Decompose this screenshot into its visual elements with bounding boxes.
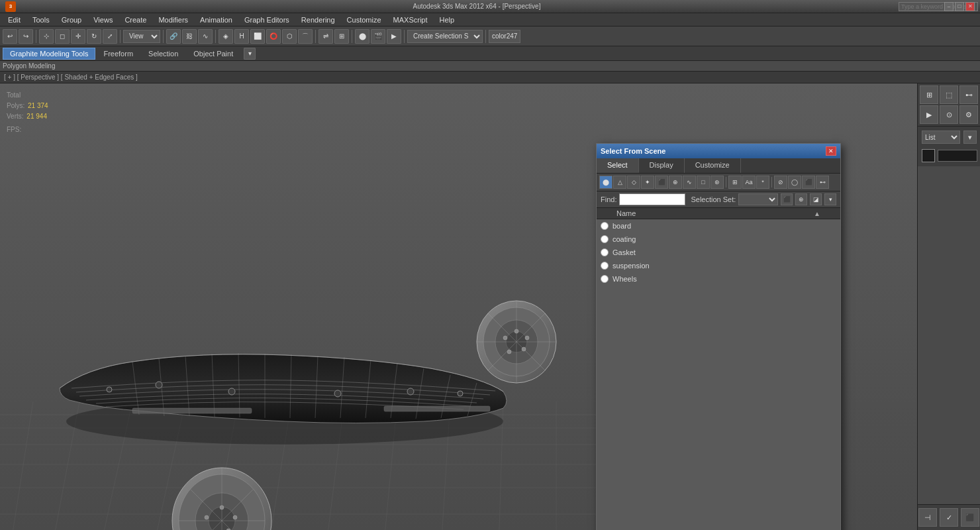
render-setup-button[interactable]: 🎬 bbox=[371, 29, 385, 44]
menu-views[interactable]: Views bbox=[88, 15, 118, 25]
object-item-coating[interactable]: coating bbox=[597, 233, 840, 246]
menu-animation[interactable]: Animation bbox=[195, 15, 238, 25]
unlink-button[interactable]: ⛓ bbox=[182, 29, 197, 44]
dialog-tab-customize[interactable]: Customize bbox=[685, 158, 741, 173]
ribbon-tab-freeform[interactable]: Freeform bbox=[96, 48, 140, 60]
dlg-geometry-button[interactable]: △ bbox=[613, 176, 626, 189]
ribbon-options-button[interactable]: ▾ bbox=[244, 48, 256, 60]
bind-spacewarp-button[interactable]: ∿ bbox=[198, 29, 213, 44]
menu-graph-editors[interactable]: Graph Editors bbox=[239, 15, 295, 25]
object-item-board[interactable]: board bbox=[597, 219, 840, 233]
redo-button[interactable]: ↪ bbox=[19, 29, 33, 44]
dlg-lights-button[interactable]: ✦ bbox=[641, 176, 654, 189]
select-fence-button[interactable]: ⬡ bbox=[282, 29, 297, 44]
object-radio-gasket[interactable] bbox=[601, 248, 609, 256]
dlg-groups-button[interactable]: □ bbox=[697, 176, 710, 189]
search-input-bar[interactable] bbox=[934, 2, 943, 11]
object-item-suspension[interactable]: suspension bbox=[597, 259, 840, 272]
viewport[interactable]: Total Polys: 21 374 Verts: 21 944 FPS: S… bbox=[0, 83, 917, 530]
motion-panel-btn[interactable]: ▶ bbox=[920, 105, 938, 124]
select-filter-button[interactable]: ◈ bbox=[219, 29, 233, 44]
dlg-invert-button[interactable]: ⊘ bbox=[774, 176, 787, 189]
color-swatch[interactable] bbox=[922, 149, 935, 162]
right-panel-main-section bbox=[918, 166, 980, 504]
modify-panel-btn[interactable]: ⬚ bbox=[940, 85, 958, 104]
undo-button[interactable]: ↩ bbox=[3, 29, 17, 44]
menu-customize[interactable]: Customize bbox=[342, 15, 387, 25]
rotate-button[interactable]: ↻ bbox=[87, 29, 101, 44]
find-options-btn-1[interactable]: ⬛ bbox=[781, 193, 793, 205]
object-list-area[interactable]: board coating Gasket suspension Wheels bbox=[597, 219, 840, 530]
select-object-button[interactable]: ⊹ bbox=[39, 29, 54, 44]
ribbon-tab-objectpaint[interactable]: Object Paint bbox=[186, 48, 240, 60]
ribbon-tab-graphite[interactable]: Graphite Modeling Tools bbox=[3, 48, 95, 60]
menu-edit[interactable]: Edit bbox=[3, 15, 26, 25]
dlg-select-all-button[interactable]: ⬤ bbox=[599, 176, 612, 189]
dialog-close-button[interactable]: ✕ bbox=[826, 146, 836, 156]
ribbon-tab-selection[interactable]: Selection bbox=[141, 48, 185, 60]
dlg-bones-button[interactable]: ⊛ bbox=[710, 176, 724, 189]
menu-rendering[interactable]: Rendering bbox=[296, 15, 340, 25]
menu-group[interactable]: Group bbox=[56, 15, 87, 25]
hierarchy-panel-btn[interactable]: ⊷ bbox=[959, 85, 978, 104]
dlg-none-button[interactable]: ◯ bbox=[788, 176, 801, 189]
align-button[interactable]: ⊞ bbox=[334, 29, 349, 44]
material-editor-button[interactable]: ⬤ bbox=[355, 29, 369, 44]
select-from-scene-dialog: Select From Scene ✕ Select Display Custo… bbox=[596, 143, 841, 530]
close-button[interactable]: ✕ bbox=[965, 2, 975, 11]
find-options-btn-2[interactable]: ⊕ bbox=[795, 193, 807, 205]
menu-maxscript[interactable]: MAXScript bbox=[388, 15, 433, 25]
menu-help[interactable]: Help bbox=[434, 15, 460, 25]
rp-btn-2[interactable]: ✓ bbox=[940, 508, 958, 527]
dialog-tab-select[interactable]: Select bbox=[597, 158, 639, 173]
selection-set-dropdown[interactable] bbox=[738, 193, 778, 205]
mirror-button[interactable]: ⇌ bbox=[318, 29, 333, 44]
link-button[interactable]: 🔗 bbox=[166, 29, 181, 44]
create-panel-btn[interactable]: ⊞ bbox=[920, 85, 938, 104]
menu-modifiers[interactable]: Modifiers bbox=[153, 15, 193, 25]
list-dropdown[interactable]: List bbox=[922, 131, 960, 144]
svg-rect-67 bbox=[132, 408, 252, 413]
dlg-all-button[interactable]: ⬛ bbox=[802, 176, 815, 189]
find-options-btn-4[interactable]: ▾ bbox=[824, 193, 836, 205]
dialog-tab-display[interactable]: Display bbox=[639, 158, 685, 173]
dlg-pattern-match-button[interactable]: * bbox=[756, 176, 769, 189]
dlg-cameras-button[interactable]: ⬛ bbox=[655, 176, 668, 189]
menu-create[interactable]: Create bbox=[119, 15, 152, 25]
scale-button[interactable]: ⤢ bbox=[103, 29, 117, 44]
find-input[interactable] bbox=[619, 193, 685, 205]
find-options-btn-3[interactable]: ◪ bbox=[810, 193, 822, 205]
maximize-button[interactable]: □ bbox=[955, 2, 964, 11]
select-rect-button[interactable]: ⬜ bbox=[250, 29, 265, 44]
select-by-name-button[interactable]: H bbox=[234, 29, 249, 44]
display-panel-btn[interactable]: ⊙ bbox=[940, 105, 958, 124]
dlg-shapes-button[interactable]: ◇ bbox=[627, 176, 640, 189]
create-selection-dropdown[interactable]: Create Selection S bbox=[407, 30, 483, 43]
app-icon: 3 bbox=[5, 1, 16, 12]
select-region-button[interactable]: ◻ bbox=[55, 29, 70, 44]
dlg-show-subtree-button[interactable]: ⊞ bbox=[728, 176, 742, 189]
minimize-button[interactable]: – bbox=[944, 2, 954, 11]
object-name-board: board bbox=[612, 222, 631, 230]
menu-tools[interactable]: Tools bbox=[27, 15, 55, 25]
render-button[interactable]: ▶ bbox=[387, 29, 401, 44]
object-item-wheels[interactable]: Wheels bbox=[597, 272, 840, 286]
dlg-helpers-button[interactable]: ⊕ bbox=[669, 176, 682, 189]
reference-coord-dropdown[interactable]: View World Local bbox=[123, 30, 160, 43]
object-radio-coating[interactable] bbox=[601, 235, 609, 243]
object-item-gasket[interactable]: Gasket bbox=[597, 246, 840, 259]
select-circle-button[interactable]: ⭕ bbox=[266, 29, 281, 44]
move-button[interactable]: ✛ bbox=[71, 29, 85, 44]
object-radio-board[interactable] bbox=[601, 222, 609, 230]
select-lasso-button[interactable]: ⌒ bbox=[298, 29, 313, 44]
object-radio-wheels[interactable] bbox=[601, 275, 609, 283]
rp-btn-1[interactable]: ⊣ bbox=[918, 508, 937, 527]
rp-btn-3[interactable]: ⬛ bbox=[961, 508, 979, 527]
list-expand-btn[interactable]: ▾ bbox=[963, 131, 977, 144]
dlg-case-sensitive-button[interactable]: Aa bbox=[742, 176, 756, 189]
utilities-panel-btn[interactable]: ⚙ bbox=[959, 105, 978, 124]
color-display[interactable] bbox=[938, 150, 977, 162]
dlg-child-button[interactable]: ⊷ bbox=[816, 176, 829, 189]
dlg-spacewarp-button[interactable]: ∿ bbox=[683, 176, 696, 189]
object-radio-suspension[interactable] bbox=[601, 262, 609, 270]
